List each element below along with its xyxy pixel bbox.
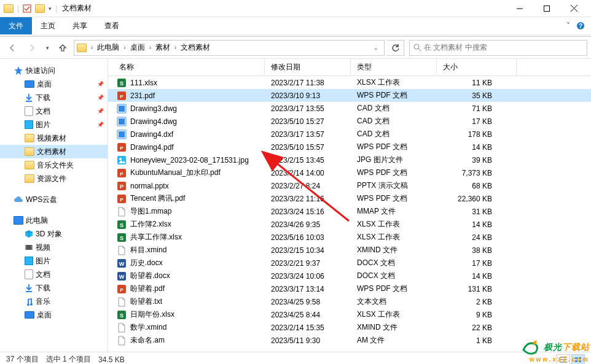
file-size: 38 KB [437, 246, 517, 255]
table-row[interactable]: P231.pdf2023/3/10 9:13WPS PDF 文档35 KB [108, 89, 591, 102]
ribbon-expand-icon[interactable]: ˅ [566, 21, 570, 30]
qat-checkbox-icon[interactable] [23, 4, 31, 13]
table-row[interactable]: Pnormal.pptx2023/2/27 8:24PPTX 演示文稿68 KB [108, 179, 591, 192]
sidebar-this-pc[interactable]: 此电脑 [0, 214, 108, 227]
breadcrumb-item[interactable]: 桌面 [128, 42, 147, 53]
sidebar-item[interactable]: 视频 [0, 241, 108, 254]
svg-rect-11 [25, 245, 26, 250]
file-date: 2023/2/15 13:45 [265, 156, 351, 165]
sidebar-item[interactable]: 下载 [0, 281, 108, 295]
table-row[interactable]: Honeyview_2023-02-08_171531.jpg2023/2/15… [108, 153, 591, 166]
sidebar-label: WPS云盘 [26, 195, 57, 205]
col-size[interactable]: 大小 [437, 59, 517, 76]
titlebar: | ▾ | 文档素材 [0, 0, 591, 17]
qat-folder-icon[interactable] [35, 4, 45, 13]
breadcrumb-dropdown-icon[interactable]: ⌄ [370, 45, 382, 51]
sidebar-item[interactable]: 桌面📌 [0, 77, 108, 91]
file-icon: S [117, 220, 127, 230]
table-row[interactable]: 数学.xmind2023/2/14 15:35XMIND 文件22 KB [108, 321, 591, 334]
sidebar-wps-cloud[interactable]: WPS云盘 [0, 193, 108, 206]
table-row[interactable]: 盼望着.txt2023/4/25 9:58文本文档2 KB [108, 295, 591, 308]
tab-file[interactable]: 文件 [0, 17, 32, 34]
breadcrumb-sep-icon[interactable]: › [147, 44, 153, 51]
sidebar-item-label: 下载 [36, 93, 50, 103]
nav-forward-button[interactable] [23, 39, 41, 56]
sidebar-item[interactable]: 视频素材 [0, 131, 108, 145]
svg-rect-52 [575, 360, 577, 362]
tab-home[interactable]: 主页 [32, 17, 64, 34]
table-row[interactable]: 未命名.am2023/5/11 9:30AM 文件1 KB [108, 334, 591, 347]
file-name: Drawing4.dwg [130, 117, 177, 126]
file-type: XMIND 文件 [351, 322, 437, 333]
file-icon [117, 104, 127, 114]
nav-up-button[interactable] [54, 39, 71, 56]
sidebar-item[interactable]: 文档📌 [0, 104, 108, 118]
sidebar-quick-access[interactable]: 快速访问 [0, 64, 108, 77]
table-row[interactable]: PTencent 腾讯.pdf2023/3/22 11:16WPS PDF 文档… [108, 192, 591, 205]
table-row[interactable]: Drawing3.dwg2023/3/17 13:55CAD 文档71 KB [108, 102, 591, 115]
file-date: 2023/3/24 15:16 [265, 207, 351, 216]
maximize-button[interactable] [533, 0, 560, 17]
table-row[interactable]: P盼望着.pdf2023/3/17 13:14WPS PDF 文档131 KB [108, 282, 591, 295]
breadcrumb-item[interactable]: 此电脑 [95, 42, 122, 53]
qat-dropdown-icon[interactable]: ▾ [49, 6, 52, 12]
file-name: 盼望着.txt [130, 296, 162, 307]
file-size: 2 KB [437, 298, 517, 306]
sidebar-item-label: 音乐 [36, 296, 50, 307]
sidebar-item[interactable]: 音乐 [0, 295, 108, 308]
tab-share[interactable]: 共享 [64, 17, 96, 34]
table-row[interactable]: Drawing4.dwg2023/5/10 15:27CAD 文档17 KB [108, 115, 591, 128]
file-name: 盼望着.docx [130, 271, 170, 281]
table-row[interactable]: PKubuntuManual_加水印.pdf2023/2/14 14:00WPS… [108, 166, 591, 179]
sidebar-item[interactable]: 文档素材 [0, 145, 108, 158]
help-icon[interactable]: ? [576, 21, 585, 30]
sidebar-item[interactable]: 图片 [0, 254, 108, 268]
close-button[interactable] [560, 0, 587, 17]
nav-recent-dropdown[interactable]: ▾ [43, 39, 52, 56]
breadcrumb-item[interactable]: 文档素材 [178, 42, 213, 53]
table-row[interactable]: S日期年份.xlsx2023/4/25 8:44XLSX 工作表9 KB [108, 308, 591, 321]
file-icon [117, 117, 127, 126]
col-date[interactable]: 修改日期 [265, 59, 351, 76]
file-icon: S [117, 78, 127, 88]
minimize-button[interactable] [506, 0, 533, 17]
file-size: 131 KB [437, 285, 517, 293]
sidebar-item[interactable]: 资源文件 [0, 172, 108, 185]
search-input[interactable]: 在 文档素材 中搜索 [409, 40, 587, 56]
sidebar-label: 快速访问 [26, 66, 55, 76]
sidebar-item[interactable]: 音乐文件夹 [0, 158, 108, 172]
table-row[interactable]: PDrawing4.pdf2023/5/10 15:57WPS PDF 文档14… [108, 141, 591, 153]
sidebar-item[interactable]: 桌面 [0, 308, 108, 322]
sidebar-item[interactable]: 下载📌 [0, 91, 108, 104]
download-icon [25, 284, 33, 292]
table-row[interactable]: W历史.docx2023/2/21 9:37DOCX 文档17 KB [108, 257, 591, 269]
file-icon: W [117, 271, 127, 281]
nav-back-button[interactable] [4, 39, 21, 56]
file-name: 导图1.mmap [130, 206, 171, 217]
file-size: 71 KB [437, 104, 517, 113]
tab-view[interactable]: 查看 [96, 17, 128, 34]
breadcrumb[interactable]: › 此电脑 › 桌面 › 素材 › 文档素材 ⌄ [74, 40, 385, 56]
table-row[interactable]: Drawing4.dxf2023/3/17 13:57CAD 文档178 KB [108, 128, 591, 141]
refresh-button[interactable] [387, 40, 404, 56]
table-row[interactable]: 导图1.mmap2023/3/24 15:16MMAP 文件31 KB [108, 205, 591, 218]
table-row[interactable]: S共享工作簿.xlsx2023/5/16 10:03XLSX 工作表24 KB [108, 231, 591, 244]
col-type[interactable]: 类型 [351, 59, 437, 76]
table-row[interactable]: S111.xlsx2023/2/17 11:38XLSX 工作表11 KB [108, 76, 591, 89]
table-row[interactable]: 科目.xmind2023/2/15 10:34XMIND 文件38 KB [108, 244, 591, 257]
breadcrumb-item[interactable]: 素材 [153, 42, 173, 53]
breadcrumb-sep-icon[interactable]: › [122, 44, 127, 51]
view-details-button[interactable] [557, 354, 570, 365]
table-row[interactable]: S工作簿2.xlsx2023/4/26 9:35XLSX 工作表14 KB [108, 218, 591, 231]
view-icons-button[interactable] [571, 354, 585, 365]
sidebar-item[interactable]: 文档 [0, 268, 108, 281]
table-row[interactable]: W盼望着.docx2023/3/24 10:06DOCX 文档14 KB [108, 269, 591, 282]
file-type: WPS PDF 文档 [351, 168, 437, 178]
sidebar-item[interactable]: 图片📌 [0, 118, 108, 131]
col-name[interactable]: 名称 [108, 59, 265, 76]
file-name: 数学.xmind [130, 322, 166, 333]
sidebar-item[interactable]: 3D 对象 [0, 227, 108, 241]
ribbon: 文件 主页 共享 查看 ˅ ? [0, 17, 591, 34]
breadcrumb-sep-icon[interactable]: › [173, 44, 178, 51]
breadcrumb-sep-icon[interactable]: › [89, 44, 95, 51]
